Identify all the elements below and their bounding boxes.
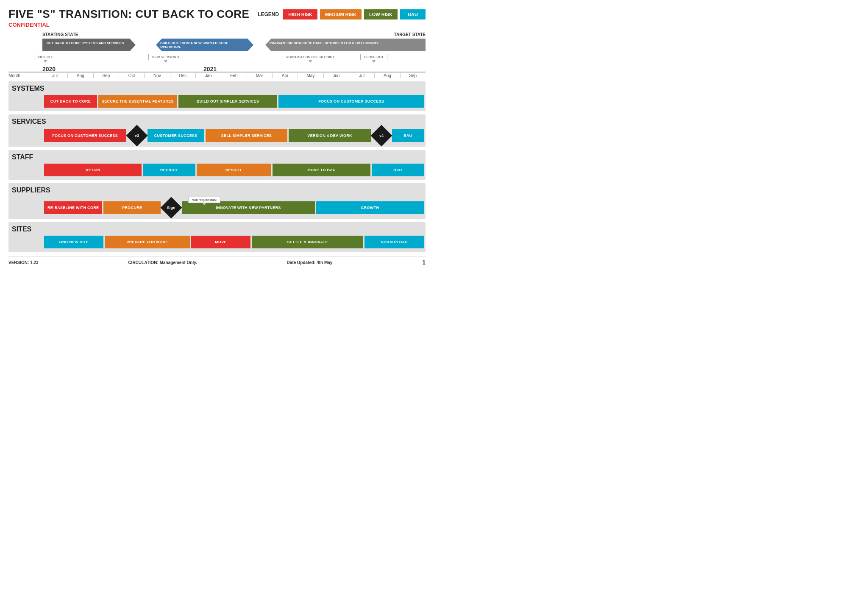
month-jan: Jan (196, 73, 221, 78)
sites-bar-find: FIND NEW SITE (44, 236, 103, 248)
v3-diamond: v3 (126, 125, 147, 147)
systems-title: SYSTEMS (10, 85, 424, 92)
year-2021: 2021 (203, 66, 217, 72)
sign-diamond: Sign (161, 197, 182, 219)
banner-build-out: BUILD OUT FROM A NEW SIMPLER CORE OPERAT… (156, 39, 253, 51)
legend-label: LEGEND (258, 11, 279, 17)
suppliers-bar-rebaseline: RE-BASELINE WITH CORE (44, 201, 102, 214)
services-bar-customer: CUSTOMER SUCCESS (147, 129, 204, 142)
services-section: SERVICES FOCUS ON CUSTOMER SUCCESS v3 CU… (8, 114, 426, 147)
month-sep: Sep (94, 73, 119, 78)
month-sep2: Sep (401, 73, 426, 78)
callout-new-version-3: NEW VERSION 3 (148, 54, 183, 60)
legend-medium-risk: MEDIUM RISK (320, 9, 362, 19)
month-oct: Oct (119, 73, 145, 78)
month-aug2: Aug (375, 73, 400, 78)
legend-low-risk: LOW RISK (364, 9, 398, 19)
page-header: FIVE "S" TRANSITION: CUT BACK TO CORE CO… (8, 8, 426, 28)
month-jul: Jul (42, 73, 68, 78)
callout-close-out: CLOSE OUT (360, 54, 387, 60)
services-bar-sell: SELL SIMPLER SERVICES (206, 129, 288, 142)
suppliers-bar-procure: PROCURE (103, 201, 161, 214)
month-aug: Aug (68, 73, 93, 78)
staff-bar-reskill: RESKILL (197, 164, 272, 176)
callout-kick-off: KICK OFF (34, 54, 57, 60)
starting-state-label: STARTING STATE (42, 32, 78, 37)
systems-bar-build-out: BUILD OUT SIMPLER SERVICES (178, 95, 278, 108)
target-state-label: TARGET STATE (394, 32, 426, 37)
staff-bar-recruit: RECRUIT (143, 164, 195, 176)
v4-diamond: v4 (370, 125, 392, 147)
suppliers-section: SUPPLIERS Will require dual RE-BASELINE … (8, 183, 426, 219)
callout-stabilisation: STABILISATION CHECK POINT (282, 54, 338, 60)
systems-bar-secure: SECURE THE ESSENTIAL FEATURES (98, 95, 177, 108)
services-title: SERVICES (10, 118, 424, 125)
services-bar-focus: FOCUS ON CUSTOMER SUCCESS (44, 129, 126, 142)
suppliers-bar-growth: GROWTH (316, 201, 424, 214)
systems-section: SYSTEMS CUT BACK TO CORE SECURE THE ESSE… (8, 81, 426, 111)
month-apr: Apr (273, 73, 298, 78)
legend-high-risk: HIGH RISK (283, 9, 317, 19)
services-bar-v4dev: VERSION 4 DEV WORK (289, 129, 371, 142)
month-header-label: Month (8, 73, 20, 78)
staff-bar-bau: BAU (372, 164, 424, 176)
suppliers-title: SUPPLIERS (10, 186, 424, 194)
sites-bar-move: MOVE (191, 236, 250, 248)
sites-bar-settle: SETTLE & INNOVATE (252, 236, 363, 248)
page-title: FIVE "S" TRANSITION: CUT BACK TO CORE (8, 8, 249, 21)
sign-label: Sign (167, 206, 176, 210)
sites-title: SITES (10, 225, 424, 233)
staff-bar-move-bau: MOVE TO BAU (273, 164, 370, 176)
confidential-label: CONFIDENTIAL (8, 22, 249, 28)
month-jun: Jun (324, 73, 349, 78)
footer-circulation: CIRCULATION: Management Only. (128, 260, 197, 265)
staff-bar-retain: RETAIN (44, 164, 142, 176)
legend: LEGEND HIGH RISK MEDIUM RISK LOW RISK BA… (258, 9, 426, 19)
staff-section: STAFF RETAIN RECRUIT RESKILL MOVE TO BAU… (8, 150, 426, 180)
footer-date: Date Updated: 4th May (287, 260, 333, 265)
month-jul2: Jul (349, 73, 375, 78)
month-feb: Feb (221, 73, 247, 78)
month-mar: Mar (247, 73, 273, 78)
legend-bau: BAU (400, 9, 426, 19)
footer-page: 1 (422, 259, 426, 266)
staff-title: STAFF (10, 153, 424, 161)
systems-bar-focus: FOCUS ON CUSTOMER SUCCESS (278, 95, 424, 108)
suppliers-callout: Will require dual (188, 195, 220, 203)
v3-label: v3 (134, 134, 139, 138)
footer-version: VERSION: 1.23 (8, 260, 39, 265)
year-2020: 2020 (42, 66, 56, 72)
sites-bar-prepare: PREPARE FOR MOVE (105, 236, 190, 248)
services-bar-bau: BAU (392, 129, 424, 142)
months-row: Jul Aug Sep Oct Nov Dec Jan Feb Mar Apr … (42, 73, 426, 78)
banner-innovate: INNOVATE ON NEW CORE BASE, OPTIMISED FOR… (265, 39, 426, 51)
month-nov: Nov (145, 73, 170, 78)
sites-bar-norm-bau: NORM to BAU (364, 236, 424, 248)
banner-cut-back: CUT BACK TO CORE SYSTEMS AND SERVICES (42, 39, 136, 51)
title-block: FIVE "S" TRANSITION: CUT BACK TO CORE CO… (8, 8, 249, 28)
page-footer: VERSION: 1.23 CIRCULATION: Management On… (8, 256, 426, 266)
sites-section: SITES FIND NEW SITE PREPARE FOR MOVE MOV… (8, 222, 426, 252)
systems-bar-cut-back: CUT BACK TO CORE (44, 95, 97, 108)
v4-label: v4 (379, 134, 384, 138)
month-dec: Dec (170, 73, 196, 78)
month-may: May (298, 73, 323, 78)
